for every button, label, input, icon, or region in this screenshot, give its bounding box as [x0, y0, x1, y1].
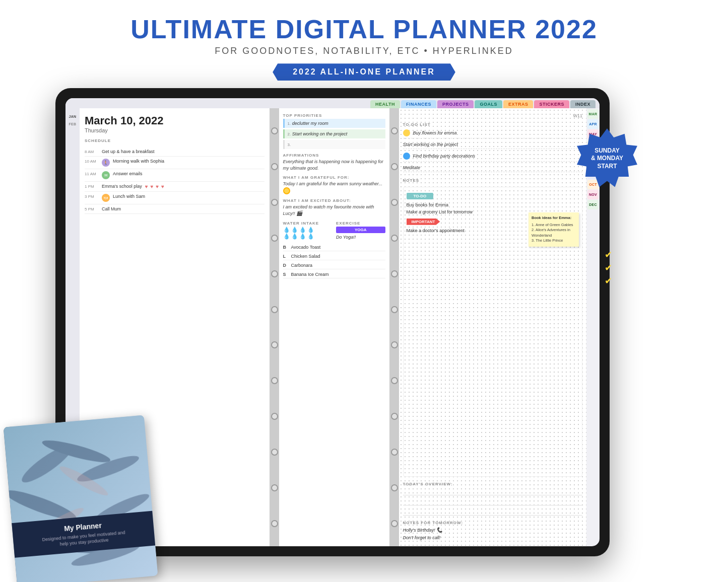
yoga-badge: YOGA: [336, 227, 385, 233]
date-header: March 10, 2022 Thursday: [85, 114, 264, 133]
priority-item-2: 2. Start working on the project: [283, 129, 385, 138]
time-3pm: 3 PM: [85, 194, 99, 199]
sticky-note-title: Book ideas for Emma:: [532, 215, 576, 221]
lunch-icon: 🍽: [102, 194, 110, 202]
spiral-ring: [271, 270, 278, 277]
time-10am: 10 AM: [85, 159, 99, 164]
time-5pm: 5 PM: [85, 206, 99, 211]
nav-tabs: HEALTH FINANCES PROJECTS GOALS EXTRAS ST…: [65, 98, 600, 108]
spiral-ring: [271, 127, 278, 134]
grateful-label: WHAT I AM GRATEFUL FOR:: [283, 175, 385, 180]
overview-line: [403, 487, 583, 495]
middle-page: TOP PRIORITIES 1. declutter my room 2. S…: [279, 108, 390, 546]
spiral-ring: [271, 484, 278, 491]
schedule-item-1pm: 1 PM Emma's school play ♥ ♥ ♥ ♥: [85, 182, 264, 192]
affirmations-label: AFFIRMATIONS: [283, 153, 385, 158]
hearts-icon: ♥ ♥ ♥ ♥: [145, 184, 165, 189]
notes-label: NOTES: [403, 178, 583, 183]
schedule-item-10am: 10 AM 🚶 Morning walk with Sophia: [85, 157, 264, 169]
priority-text-2: Start working on the project: [292, 131, 348, 136]
notebook: My Planner Designed to make you feel mot…: [4, 415, 158, 582]
water-section: WATER INTAKE 💧💧💧💧 💧💧💧💧: [283, 221, 333, 240]
grateful-text: Today I am grateful for the warm sunny w…: [283, 181, 385, 194]
todo-item-1: Buy flowers for emma: [403, 128, 583, 138]
page-header: ULTIMATE DIGITAL PLANNER 2022 FOR GOODNO…: [0, 0, 728, 86]
week-number: W11: [403, 113, 583, 118]
nav-tab-finances[interactable]: FINANCES: [401, 100, 436, 108]
meal-breakfast: B Avocado Toast: [283, 244, 385, 251]
nav-tab-projects[interactable]: PROJECTS: [437, 100, 474, 108]
sticky-note-item-1: 1. Anne of Green Gables: [532, 223, 576, 228]
notebook-cover: My Planner Designed to make you feel mot…: [4, 415, 158, 582]
starburst-inner: SUNDAY & MONDAY START: [577, 128, 637, 189]
todo-item-4: Meditate: [403, 164, 583, 172]
check-mark-1: ✔: [605, 249, 612, 260]
sticky-note: Book ideas for Emma: 1. Anne of Green Ga…: [528, 212, 579, 247]
meal-dinner: D Carbonara: [283, 262, 385, 269]
spiral-ring: [271, 449, 278, 456]
todo-icon-1: [403, 129, 410, 136]
spiral-ring: [271, 520, 278, 527]
overview-section: TODAY'S OVERVIEW:: [403, 482, 583, 516]
notes-tomorrow-label: NOTES FOR TOMORROW:: [403, 521, 583, 525]
schedule-text-3pm: Lunch with Sam: [113, 194, 145, 199]
notebook-wrapper: My Planner Designed to make you feel mot…: [0, 406, 171, 582]
schedule-text-10am: Morning walk with Sophia: [113, 159, 164, 164]
meal-lunch-text: Chicken Salad: [291, 254, 320, 259]
sticky-note-item-2: 2. Alice's Adventures in Wonderland: [532, 228, 576, 238]
nav-tab-index[interactable]: INDEX: [570, 100, 595, 108]
month-jan[interactable]: JAN: [68, 113, 78, 120]
exercise-text: Do Yoga!!: [336, 235, 385, 240]
schedule-item-3pm: 3 PM 🍽 Lunch with Sam: [85, 192, 264, 204]
schedule-item-5pm: 5 PM Call Mum: [85, 204, 264, 214]
meal-breakfast-text: Avocado Toast: [291, 245, 321, 250]
time-8am: 8 AM: [85, 149, 99, 154]
top-priorities-section: TOP PRIORITIES 1. declutter my room 2. S…: [283, 113, 385, 149]
todo-section: TO-DO LIST Buy flowers for emma Start wo…: [403, 122, 583, 172]
nav-tab-goals[interactable]: GOALS: [475, 100, 502, 108]
meal-snack: S Banana Ice Cream: [283, 271, 385, 278]
walk-icon: 🚶: [102, 159, 110, 167]
todo-text-4: Meditate: [403, 165, 421, 170]
starburst-line2: & MONDAY: [591, 155, 623, 163]
main-title: ULTIMATE DIGITAL PLANNER 2022: [0, 15, 728, 44]
notes-tomorrow-section: NOTES FOR TOMORROW: Holly's Birthday! 📞 …: [403, 521, 583, 541]
spiral-right: [390, 108, 399, 546]
time-11am: 11 AM: [85, 171, 99, 176]
priority-item-3: 3.: [283, 140, 385, 149]
affirmation-text: Everything that is happening now is happ…: [283, 159, 385, 171]
nav-tab-stickers[interactable]: STICKERS: [534, 100, 569, 108]
priority-list: 1. declutter my room 2. Start working on…: [283, 119, 385, 149]
overview-label: TODAY'S OVERVIEW:: [403, 482, 583, 486]
month-feb[interactable]: FEB: [68, 121, 78, 127]
exercise-section: EXERCISE YOGA Do Yoga!!: [336, 221, 385, 240]
excited-text: I am excited to watch my favourite movie…: [283, 204, 385, 217]
spiral-left: [270, 108, 279, 546]
nav-tab-health[interactable]: HEALTH: [370, 100, 400, 108]
notes-item-1: Buy books for Emma: [407, 201, 579, 208]
overview-line: [403, 507, 583, 516]
todo-label: TO-DO LIST: [403, 122, 583, 127]
affirmations-section: AFFIRMATIONS Everything that is happenin…: [283, 153, 385, 171]
notes-section: TO-DO Buy books for Emma Make a grocery …: [403, 187, 583, 477]
month-tab-mar[interactable]: MAR: [587, 109, 599, 119]
schedule-text-1pm: Emma's school play: [102, 184, 142, 189]
month-tab-apr[interactable]: APR: [587, 119, 599, 129]
exercise-label: EXERCISE: [336, 221, 385, 226]
todo-text-3: Find birthday party decorations: [413, 154, 476, 159]
planner-day: Thursday: [85, 127, 264, 133]
water-drops-2: 💧💧💧💧: [283, 233, 333, 240]
banner: 2022 ALL-IN-ONE PLANNER: [273, 63, 455, 81]
nav-tab-extras[interactable]: EXTRAS: [503, 100, 534, 108]
month-tab-nov[interactable]: NOV: [587, 190, 599, 199]
sun-icon: [283, 187, 290, 194]
schedule-text-5pm: Call Mum: [102, 206, 121, 211]
meal-list: B Avocado Toast L Chicken Salad D Carbon…: [283, 244, 385, 278]
priority-text-1: declutter my room: [292, 121, 328, 126]
water-drops: 💧💧💧💧: [283, 227, 333, 233]
schedule-label: SCHEDULE: [85, 138, 264, 143]
month-tab-dec[interactable]: DEC: [587, 200, 599, 209]
starburst-badge: SUNDAY & MONDAY START: [577, 128, 637, 189]
spiral-ring: [271, 377, 278, 384]
notes-tomorrow-text: Holly's Birthday! 📞 Don't forget to call…: [403, 526, 583, 541]
